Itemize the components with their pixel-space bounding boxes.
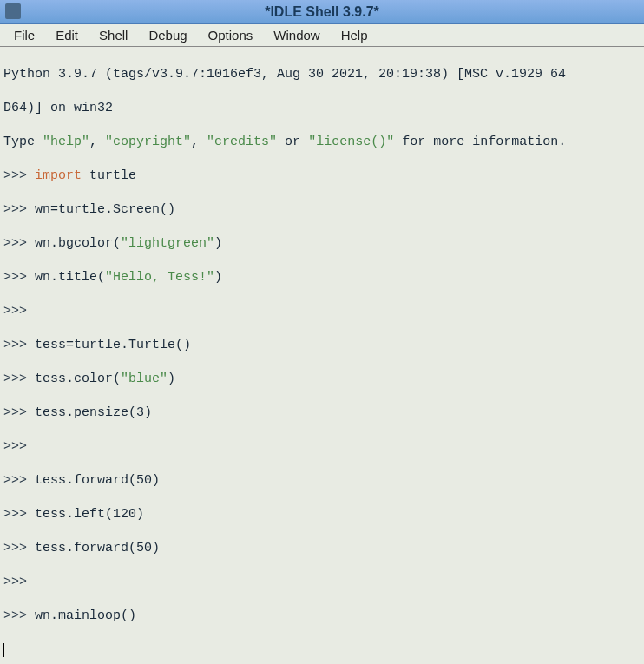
menubar: File Edit Shell Debug Options Window Hel… xyxy=(0,24,644,47)
header-line: D64)] on win32 xyxy=(3,100,641,117)
header-line: Python 3.9.7 (tags/v3.9.7:1016ef3, Aug 3… xyxy=(3,66,641,83)
code-line: >>> xyxy=(3,303,641,320)
code-line: >>> xyxy=(3,438,641,456)
code-line: >>> wn.title("Hello, Tess!") xyxy=(3,269,641,286)
window-title: *IDLE Shell 3.9.7* xyxy=(265,4,379,20)
text-cursor xyxy=(3,643,4,657)
menu-help[interactable]: Help xyxy=(331,26,378,44)
menu-file[interactable]: File xyxy=(3,26,45,44)
header-line: Type "help", "copyright", "credits" or "… xyxy=(3,134,641,151)
code-line: >>> wn=turtle.Screen() xyxy=(3,201,641,219)
app-icon xyxy=(5,3,21,19)
menu-edit[interactable]: Edit xyxy=(45,26,89,44)
code-line: >>> tess.forward(50) xyxy=(3,540,641,557)
code-line: >>> tess=turtle.Turtle() xyxy=(3,337,641,354)
code-line: >>> wn.bgcolor("lightgreen") xyxy=(3,235,641,253)
menu-debug[interactable]: Debug xyxy=(138,26,197,44)
shell-content[interactable]: Python 3.9.7 (tags/v3.9.7:1016ef3, Aug 3… xyxy=(0,47,644,664)
menu-window[interactable]: Window xyxy=(263,26,330,44)
code-line: >>> tess.color("blue") xyxy=(3,371,641,388)
code-line: >>> tess.forward(50) xyxy=(3,472,641,490)
cursor-line xyxy=(3,641,641,659)
code-line: >>> tess.left(120) xyxy=(3,506,641,523)
code-line: >>> xyxy=(3,574,641,591)
menu-shell[interactable]: Shell xyxy=(89,26,138,44)
code-line: >>> tess.pensize(3) xyxy=(3,404,641,422)
code-line: >>> import turtle xyxy=(3,168,641,185)
menu-options[interactable]: Options xyxy=(198,26,264,44)
code-line: >>> wn.mainloop() xyxy=(3,608,641,625)
titlebar: *IDLE Shell 3.9.7* xyxy=(0,0,644,24)
